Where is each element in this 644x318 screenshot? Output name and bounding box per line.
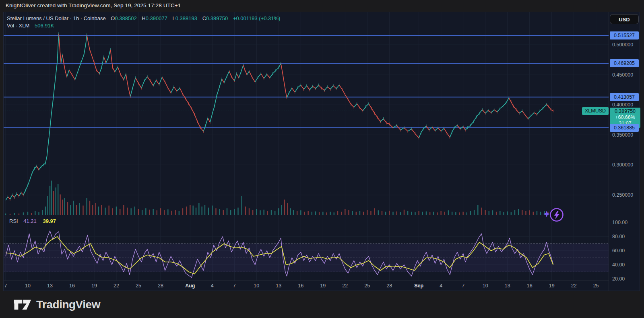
time-axis-label: 28	[158, 283, 163, 289]
current-price-value: 0.389750	[610, 108, 640, 114]
boost-lightning-icon[interactable]	[543, 206, 564, 224]
low-label: L	[173, 15, 175, 21]
time-axis-label: 7	[462, 283, 464, 289]
rsi-pane[interactable]	[4, 215, 609, 281]
price-axis-label: 0.500000	[612, 42, 633, 48]
price-axis-label: 0.250000	[612, 192, 633, 198]
time-axis-label: 22	[342, 283, 348, 289]
chart-widget[interactable]: Stellar Lumens / US Dollar · 1h · Coinba…	[3, 12, 640, 291]
sparkle-icon	[543, 211, 550, 217]
rsi-name: RSI	[9, 218, 18, 224]
symbol-title: Stellar Lumens / US Dollar · 1h · Coinba…	[7, 15, 106, 21]
time-axis-label: 19	[549, 283, 555, 289]
high-label: H	[142, 15, 145, 21]
time-axis-label: 10	[254, 283, 259, 289]
time-axis-label: 25	[593, 283, 599, 289]
close-value: 0.389750	[206, 15, 228, 21]
time-axis-label: 7	[4, 283, 7, 289]
price-pane[interactable]	[4, 12, 609, 215]
rsi-value: 41.21	[23, 218, 37, 224]
rsi-axis-label: 20.00	[612, 276, 625, 282]
level-price-label: 0.469205	[610, 59, 639, 67]
current-change-pct: +60.66%	[610, 114, 640, 121]
time-axis-label: 10	[483, 283, 488, 289]
level-price-label: 0.361885	[610, 124, 639, 132]
time-axis-label: 19	[91, 283, 97, 289]
time-axis-label: Sep	[414, 283, 423, 289]
price-scale[interactable]: USD 0.389750 +60.66% 31:07 0.5000000.450…	[609, 12, 640, 291]
price-axis-label: 0.350000	[612, 132, 633, 138]
time-axis-label: 22	[114, 283, 119, 289]
volume-value: 506.91K	[35, 23, 54, 29]
time-axis-label: 13	[505, 283, 510, 289]
time-axis-label: 28	[386, 283, 392, 289]
rsi-axis-label: 60.00	[612, 248, 625, 254]
time-scale[interactable]: 710131619222528Aug4710131619222528Sep471…	[4, 281, 609, 291]
attribution-text: KnightOliver created with TradingView.co…	[6, 2, 181, 8]
time-axis-label: Aug	[185, 283, 195, 289]
rsi-signal-value: 39.97	[43, 218, 56, 224]
time-axis-label: 7	[233, 283, 236, 289]
tradingview-logo-text: TradingView	[36, 298, 100, 311]
time-axis-label: 16	[298, 283, 303, 289]
time-axis-label: 10	[25, 283, 31, 289]
tradingview-logo[interactable]: TradingView	[14, 297, 100, 313]
time-axis-label: 16	[69, 283, 75, 289]
time-axis-label: 22	[571, 283, 577, 289]
open-value: 0.388502	[115, 15, 136, 21]
rsi-axis-label: 40.00	[612, 262, 625, 268]
low-value: 0.388193	[175, 15, 197, 21]
current-price-symbol-tag: XLMUSD	[582, 107, 609, 115]
footer-bar: TradingView	[0, 291, 644, 318]
time-axis-label: 16	[527, 283, 533, 289]
time-axis-label: 19	[320, 283, 326, 289]
attribution-bar: KnightOliver created with TradingView.co…	[0, 0, 644, 12]
close-label: C	[202, 15, 206, 21]
time-axis-label: 13	[276, 283, 281, 289]
level-price-label: 0.413057	[610, 93, 639, 101]
time-axis-label: 4	[440, 283, 442, 289]
legend-row-ohlc: Stellar Lumens / US Dollar · 1h · Coinba…	[7, 15, 280, 22]
currency-usd-button[interactable]: USD	[610, 14, 639, 24]
time-axis-label: 4	[211, 283, 214, 289]
price-axis-label: 0.400000	[612, 102, 633, 108]
high-value: 0.390077	[146, 15, 167, 21]
open-label: O	[111, 15, 115, 21]
time-axis-label: 25	[364, 283, 370, 289]
rsi-axis-label: 100.00	[612, 220, 627, 225]
time-axis-label: 25	[136, 283, 141, 289]
level-price-label: 0.515527	[610, 31, 639, 39]
time-axis-label: 13	[47, 283, 53, 289]
tradingview-logo-icon	[14, 297, 31, 313]
rsi-legend: RSI 41.21 39.97	[9, 218, 56, 224]
change-value: +0.001193 (+0.31%)	[233, 15, 281, 21]
price-axis-label: 0.300000	[612, 162, 633, 168]
price-axis-label: 0.450000	[612, 72, 633, 78]
tradingview-snapshot: KnightOliver created with TradingView.co…	[0, 0, 644, 318]
symbol-legend: Stellar Lumens / US Dollar · 1h · Coinba…	[7, 15, 280, 29]
legend-row-volume: Vol · XLM 506.91K	[7, 22, 280, 29]
volume-label: Vol · XLM	[7, 23, 29, 29]
rsi-axis-label: 80.00	[612, 234, 625, 239]
